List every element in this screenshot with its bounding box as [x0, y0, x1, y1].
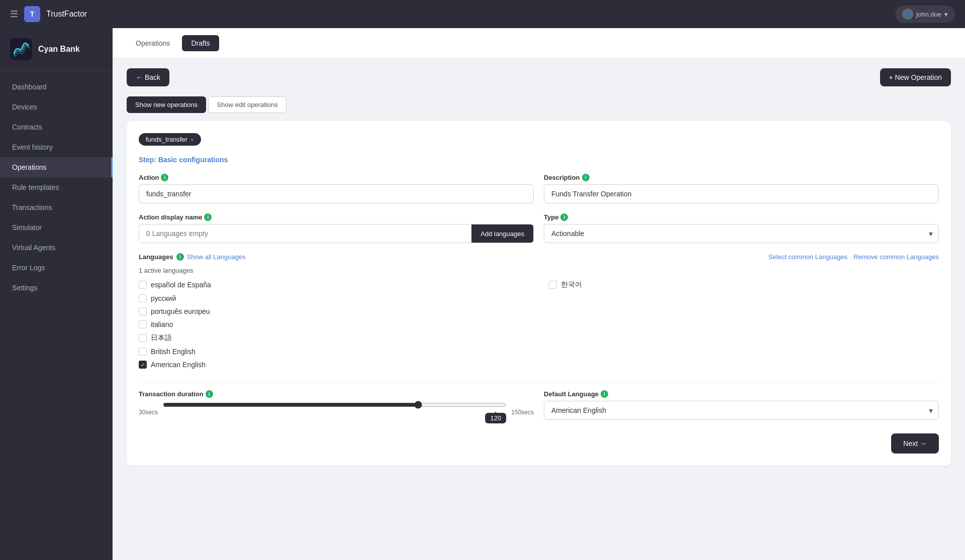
toolbar: ← Back + New Operation: [127, 68, 951, 86]
op-tag-row: funds_transfer ×: [139, 133, 939, 146]
error-logs-label: Error Logs: [12, 264, 45, 272]
dashboard-label: Dashboard: [12, 83, 47, 91]
slider-labels: 30secs 120 150secs: [139, 401, 534, 423]
action-display-name-field: Add languages: [139, 224, 534, 243]
user-chevron-icon: ▾: [944, 11, 948, 18]
tab-bar: Operations Drafts: [113, 28, 965, 58]
sidebar-item-transactions[interactable]: Transactions: [0, 197, 113, 217]
user-name: john.doe: [916, 11, 941, 18]
contracts-label: Contracts: [12, 123, 42, 131]
transaction-duration-group: Transaction duration i 30secs 120: [139, 390, 534, 423]
operation-tag-close-icon[interactable]: ×: [190, 137, 194, 143]
lang-label-american-english: American English: [151, 361, 206, 369]
sidebar-item-operations[interactable]: Operations: [0, 157, 113, 177]
lang-label-italian: italiano: [151, 320, 173, 328]
simulator-label: Simulator: [12, 223, 42, 232]
action-group: Action i: [139, 174, 534, 203]
lang-label-espanol: español de España: [151, 281, 211, 289]
operation-tag-name: funds_transfer: [146, 136, 187, 143]
action-label: Action i: [139, 174, 534, 181]
lang-checkbox-korean[interactable]: [549, 281, 557, 289]
topnav-left: ☰ T TrustFactor: [10, 6, 87, 22]
sidebar-navigation: Dashboard Devices Contracts Event histor…: [0, 71, 113, 304]
description-input[interactable]: [544, 184, 939, 203]
show-all-languages-link[interactable]: Show all Languages: [187, 253, 246, 261]
event-history-label: Event history: [12, 143, 53, 151]
description-info-icon: i: [582, 174, 590, 181]
sidebar-item-settings[interactable]: Settings: [0, 278, 113, 298]
languages-grid: español de España 한국어 русский: [139, 279, 939, 370]
lang-checkbox-italian[interactable]: [139, 320, 147, 328]
lang-item-espanol: español de España: [139, 279, 529, 290]
display-name-type-row: Action display name i Add languages Type…: [139, 213, 939, 243]
lang-checkbox-british-english[interactable]: [139, 348, 147, 356]
transaction-duration-label: Transaction duration i: [139, 390, 534, 398]
virtual-agents-label: Virtual Agents: [12, 244, 55, 252]
action-display-name-input[interactable]: [139, 225, 471, 243]
languages-header-left: Languages i Show all Languages: [139, 253, 246, 261]
sidebar-item-dashboard[interactable]: Dashboard: [0, 77, 113, 97]
languages-header-right: Select common Languages Remove common La…: [768, 253, 939, 261]
action-display-name-label: Action display name i: [139, 213, 534, 221]
lang-item-italian: italiano: [139, 319, 529, 329]
next-button[interactable]: Next →: [891, 433, 939, 454]
slider-max-label: 150secs: [511, 409, 534, 416]
type-label: Type i: [544, 213, 939, 221]
select-common-languages-link[interactable]: Select common Languages: [768, 253, 848, 261]
remove-common-languages-link[interactable]: Remove common Languages: [853, 253, 939, 261]
sidebar-item-event-history[interactable]: Event history: [0, 137, 113, 157]
settings-label: Settings: [12, 284, 38, 292]
slider-min-label: 30secs: [139, 409, 158, 416]
operation-card: funds_transfer × Step: Basic configurati…: [127, 121, 951, 466]
sidebar-item-error-logs[interactable]: Error Logs: [0, 258, 113, 278]
default-language-info-icon: i: [601, 390, 608, 398]
lang-checkbox-japanese[interactable]: [139, 334, 147, 342]
tab-drafts[interactable]: Drafts: [182, 35, 219, 51]
next-row: Next →: [139, 433, 939, 454]
duration-slider[interactable]: [163, 401, 506, 409]
content-area: Operations Drafts ← Back + New Operation…: [113, 28, 965, 560]
app-title: TrustFactor: [46, 10, 87, 19]
lang-label-korean: 한국어: [561, 280, 582, 289]
sidebar-item-rule-templates[interactable]: Rule templates: [0, 177, 113, 197]
lang-checkbox-russian[interactable]: [139, 294, 147, 302]
duration-default-lang-row: Transaction duration i 30secs 120: [139, 390, 939, 423]
sidebar-item-devices[interactable]: Devices: [0, 97, 113, 117]
default-language-select[interactable]: American English British English español…: [544, 401, 939, 420]
lang-item-british-english: British English: [139, 347, 529, 357]
transactions-label: Transactions: [12, 203, 52, 211]
lang-checkbox-espanol[interactable]: [139, 281, 147, 289]
default-language-select-wrapper: American English British English español…: [544, 401, 939, 420]
back-button[interactable]: ← Back: [127, 68, 169, 86]
add-languages-button[interactable]: Add languages: [471, 225, 533, 243]
sidebar-item-contracts[interactable]: Contracts: [0, 117, 113, 137]
operation-tag: funds_transfer ×: [139, 133, 201, 146]
lang-item-american-english: American English: [139, 360, 529, 370]
sidebar-item-simulator[interactable]: Simulator: [0, 217, 113, 238]
new-operation-button[interactable]: + New Operation: [880, 68, 951, 86]
slider-tooltip: 120: [486, 413, 507, 423]
languages-section: Languages i Show all Languages Select co…: [139, 253, 939, 370]
tab-operations[interactable]: Operations: [127, 35, 179, 51]
brand-logo-icon: [10, 38, 32, 60]
type-select[interactable]: Actionable Informational Transactional: [544, 224, 939, 243]
operations-label: Operations: [12, 163, 46, 171]
sidebar-item-virtual-agents[interactable]: Virtual Agents: [0, 238, 113, 258]
hamburger-icon[interactable]: ☰: [10, 9, 18, 20]
action-input[interactable]: [139, 184, 534, 203]
lang-checkbox-american-english[interactable]: [139, 361, 147, 369]
action-display-name-group: Action display name i Add languages: [139, 213, 534, 243]
type-group: Type i Actionable Informational Transact…: [544, 213, 939, 243]
languages-label: Languages: [139, 253, 173, 261]
topnav-right: 👤 john.doe ▾: [895, 6, 955, 23]
lang-label-portuguese: português europeu: [151, 307, 210, 315]
filter-show-new[interactable]: Show new operations: [127, 96, 206, 113]
step-title[interactable]: Step: Basic configurations: [139, 156, 939, 164]
user-menu[interactable]: 👤 john.doe ▾: [895, 6, 955, 23]
lang-label-british-english: British English: [151, 348, 196, 356]
type-info-icon: i: [560, 213, 568, 221]
filter-show-edit[interactable]: Show edit operations: [208, 96, 286, 113]
type-select-wrapper: Actionable Informational Transactional: [544, 224, 939, 243]
lang-label-japanese: 日本語: [151, 333, 172, 343]
lang-checkbox-portuguese[interactable]: [139, 307, 147, 315]
